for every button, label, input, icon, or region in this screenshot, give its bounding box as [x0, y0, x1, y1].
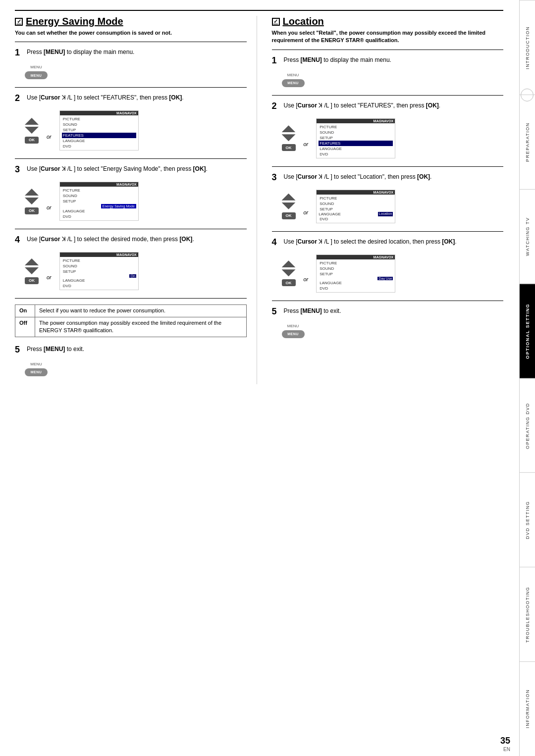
up-down-btns-3: [25, 189, 39, 204]
step-right-2: 2 Use [Cursor ꓘ /L ] to select "FEATURES…: [272, 101, 504, 110]
tab-watching-tv: WATCHING TV: [520, 189, 535, 284]
step-left-5: 5 Press [MENU] to exit.: [15, 345, 247, 354]
remote-step1-left: MENU MENU: [25, 65, 48, 79]
mi3-esm-row: Energy Saving Mode: [62, 204, 136, 208]
mir4-dayuse-val: Day Use: [377, 277, 393, 280]
menu-label-5l: MENU: [30, 362, 42, 366]
step-text-5l: Press [MENU] to exit.: [27, 345, 247, 353]
brand-r3: MAGNAVOX: [317, 190, 395, 195]
tab-introduction: INTRODUCTION: [520, 0, 535, 95]
menu-button-img: MENU: [25, 71, 48, 79]
step-num-5l: 5: [15, 345, 23, 354]
brand-step3-left: MAGNAVOX: [60, 182, 138, 187]
mir3-location-val: Location: [378, 212, 393, 216]
mi3-language: LANGUAGE: [62, 208, 136, 214]
step-text-4: Use [Cursor ꓘ /L ] to select the desired…: [27, 235, 247, 244]
up-down-btns-4: [25, 258, 39, 274]
tab-troubleshooting-label: TROUBLESHOOTING: [525, 587, 530, 643]
step-right-3: 3 Use [Cursor ꓘ /L ] to select "Location…: [272, 173, 504, 182]
mir2-sound: SOUND: [319, 130, 393, 135]
divider-after-step4-right: [272, 301, 504, 301]
remote-arrows-3-left: OK: [25, 189, 39, 214]
illustration-step1-right: MENU MENU: [282, 73, 504, 87]
mi3-picture: PICTURE: [62, 188, 136, 193]
tab-troubleshooting: TROUBLESHOOTING: [520, 567, 535, 661]
divider-after-step3-right: [272, 231, 504, 232]
menu-screen-step3-right: MAGNAVOX PICTURE SOUND SETUP LANGUAGE Lo…: [316, 190, 395, 223]
menu-screen-step4-right: MAGNAVOX PICTURE SOUND SETUP Day Use LAN…: [316, 254, 395, 293]
step-left-2: 2 Use [Cursor ꓘ /L ] to select "FEATURES…: [15, 94, 247, 102]
illustration-step5-right: MENU MENU: [282, 324, 504, 338]
remote-step5-right: MENU MENU: [282, 324, 305, 338]
divider-after-step2-right: [272, 166, 504, 167]
arrow-up-r4: [282, 260, 296, 267]
remote-arrows-r4: OK: [282, 260, 296, 286]
menu-items-r2: PICTURE SOUND SETUP FEATURES LANGUAGE DV…: [317, 123, 395, 158]
divider-after-step3-left: [15, 229, 247, 229]
energy-saving-title: Energy Saving Mode: [15, 16, 247, 27]
mir3-loc-row: LANGUAGE Location: [319, 212, 393, 216]
arrow-up-3: [25, 189, 39, 196]
arrow-down-3: [25, 198, 39, 204]
menu-screen-step2-left: MAGNAVOX PICTURE SOUND SETUP FEATURES LA…: [59, 110, 139, 151]
location-desc: When you select "Retail", the power cons…: [272, 29, 504, 45]
divider-after-step2-left: [15, 158, 247, 159]
mi3-sound: SOUND: [62, 193, 136, 199]
step-left-3: 3 Use [Cursor ꓘ /L ] to select "Energy S…: [15, 165, 247, 174]
step-num-4: 4: [15, 235, 23, 244]
illustration-step2-right: OK or MAGNAVOX PICTURE SOUND SETUP FEATU…: [282, 118, 504, 158]
mi3-dvd: DVD: [62, 214, 136, 219]
mir2-language: LANGUAGE: [319, 146, 393, 151]
menu-items-step3-left: PICTURE SOUND SETUP Energy Saving Mode L…: [60, 187, 138, 220]
remote-arrows-2-left: OK: [25, 118, 39, 144]
mi-picture: PICTURE: [62, 116, 136, 122]
menu-button-r1: MENU: [282, 79, 305, 87]
step-text-1: Press [MENU] to display the main menu.: [27, 48, 247, 56]
right-tabs: INTRODUCTION PREPARATION WATCHING TV OPT…: [519, 0, 535, 756]
remote-step1-right: MENU MENU: [282, 73, 305, 87]
step-num-r4: 4: [272, 238, 280, 247]
option-on-label: On: [15, 305, 35, 317]
menu-screen-step3-left: MAGNAVOX PICTURE SOUND SETUP Energy Savi…: [59, 182, 139, 221]
mir2-picture: PICTURE: [319, 124, 393, 130]
tab-optional-setting: OPTIONAL SETTING: [520, 284, 535, 378]
page-lang: EN: [503, 747, 510, 752]
brand-r4: MAGNAVOX: [317, 255, 395, 259]
mir4-dayuse-row: Day Use: [319, 277, 393, 280]
step-num-2: 2: [15, 94, 23, 102]
mir2-features: FEATURES: [319, 141, 393, 146]
mi-features: FEATURES: [62, 133, 136, 138]
section-divider-left: [15, 42, 247, 42]
step-num-r3: 3: [272, 173, 280, 182]
brand-step2-left: MAGNAVOX: [60, 111, 138, 115]
main-content: Energy Saving Mode You can set whether t…: [0, 0, 518, 399]
illustration-step3-right: OK or MAGNAVOX PICTURE SOUND SETUP LANGU…: [282, 190, 504, 223]
mir3-sound: SOUND: [319, 201, 393, 206]
tab-introduction-label: INTRODUCTION: [525, 26, 530, 69]
mi4-on-row: On: [62, 274, 136, 278]
step-left-1: 1 Press [MENU] to display the main menu.: [15, 48, 247, 57]
mir4-picture: PICTURE: [319, 260, 393, 266]
brand-r2: MAGNAVOX: [317, 119, 395, 123]
tab-information: INFORMATION: [520, 661, 535, 756]
ok-button-r3: OK: [282, 212, 296, 219]
mir4-language: LANGUAGE: [319, 280, 393, 286]
step-num-r1: 1: [272, 56, 280, 65]
top-divider: [15, 10, 503, 11]
divider-after-step1-right: [272, 95, 504, 96]
arrow-up-r3: [282, 194, 296, 201]
menu-label: MENU: [30, 65, 42, 69]
checkbox-icon: [15, 18, 23, 26]
step-right-1: 1 Press [MENU] to display the main menu.: [272, 56, 504, 65]
ok-button-4: OK: [25, 277, 39, 284]
mir3-picture: PICTURE: [319, 196, 393, 201]
mir3-setup: SETUP: [319, 206, 393, 212]
tab-operating-dvd-label: OPERATING DVD: [525, 403, 530, 449]
mi4-setup: SETUP: [62, 269, 136, 274]
illustration-step5-left: MENU MENU: [25, 362, 247, 376]
step-text-r5: Press [MENU] to exit.: [284, 307, 504, 315]
tab-dvd-setting: DVD SETTING: [520, 472, 535, 567]
illustration-step1-left: MENU MENU: [25, 65, 247, 79]
mir3-lang: LANGUAGE: [319, 212, 340, 216]
arrow-down-r3: [282, 202, 296, 209]
